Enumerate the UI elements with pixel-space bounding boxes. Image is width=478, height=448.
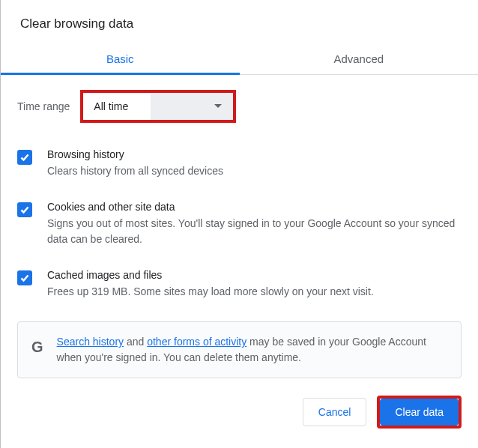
cancel-button[interactable]: Cancel <box>303 398 367 426</box>
dialog-actions: Cancel Clear data <box>303 396 462 429</box>
option-cache: Cached images and files Frees up 319 MB.… <box>17 269 462 299</box>
clear-data-button[interactable]: Clear data <box>380 399 459 426</box>
content: Time range All time Browsing history Cle… <box>1 75 478 378</box>
checkbox-browsing-history[interactable] <box>17 150 32 165</box>
info-text: Search history and other forms of activi… <box>57 334 447 366</box>
option-desc: Clears history from all synced devices <box>47 163 462 178</box>
time-range-label: Time range <box>17 100 70 112</box>
tab-basic[interactable]: Basic <box>1 45 240 74</box>
google-icon: G <box>31 336 43 358</box>
clear-button-highlight: Clear data <box>377 396 462 429</box>
checkbox-cookies[interactable] <box>17 202 32 217</box>
info-mid: and <box>124 336 147 348</box>
option-texts: Cookies and other site data Signs you ou… <box>47 201 462 246</box>
option-texts: Cached images and files Frees up 319 MB.… <box>47 269 462 299</box>
time-range-row: Time range All time <box>17 90 462 123</box>
clear-browsing-dialog: Clear browsing data Basic Advanced Time … <box>1 0 478 378</box>
info-box: G Search history and other forms of acti… <box>17 321 462 378</box>
option-cookies: Cookies and other site data Signs you ou… <box>17 201 462 246</box>
option-title: Cookies and other site data <box>47 201 462 213</box>
chevron-down-icon <box>151 93 233 120</box>
dialog-title: Clear browsing data <box>1 0 478 45</box>
tab-advanced[interactable]: Advanced <box>240 45 479 74</box>
time-range-select[interactable]: All time <box>80 90 236 123</box>
time-range-value: All time <box>83 93 151 120</box>
tabs: Basic Advanced <box>1 45 478 75</box>
checkbox-cache[interactable] <box>17 270 32 285</box>
option-browsing-history: Browsing history Clears history from all… <box>17 148 462 178</box>
link-other-activity[interactable]: other forms of activity <box>147 336 246 348</box>
option-desc: Frees up 319 MB. Some sites may load mor… <box>47 284 462 299</box>
option-title: Browsing history <box>47 148 462 160</box>
option-desc: Signs you out of most sites. You'll stay… <box>47 216 462 246</box>
link-search-history[interactable]: Search history <box>57 336 124 348</box>
option-title: Cached images and files <box>47 269 462 281</box>
option-texts: Browsing history Clears history from all… <box>47 148 462 178</box>
